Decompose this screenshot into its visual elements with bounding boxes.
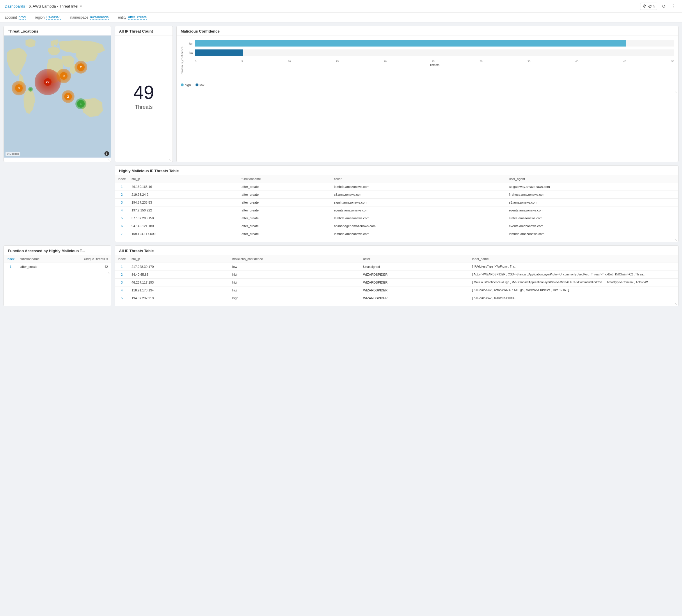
row-caller: lambda.amazonaws.com [331,214,506,222]
row-user-agent: lambda.amazonaws.com [506,230,678,238]
all-col-src-ip: src_ip [129,255,229,263]
row-caller: s3.amazonaws.com [331,191,506,199]
entity-filter[interactable]: entity after_create [118,15,147,20]
namespace-filter[interactable]: namespace aws/lambda [70,15,109,20]
table-row: 7 109.194.117.009 after_create lambda.am… [115,230,678,238]
marker-small[interactable] [28,87,33,92]
legend-low-dot [196,84,199,86]
resize-icon-4[interactable]: ⤡ [675,238,677,241]
marker-2-east[interactable]: 2 [74,61,87,74]
x-axis: 0 5 10 15 20 25 30 35 40 45 50 [185,60,674,63]
row-functionname: after_create [238,191,331,199]
row-index: 1 [115,263,129,271]
legend-high-dot [181,84,184,86]
row-caller: events.amazonaws.com [331,207,506,214]
row-index: 3 [115,199,129,207]
row-user-agent: states.amazonaws.com [506,214,678,222]
marker-9[interactable]: 9 [56,69,71,83]
breadcrumb-title: 6. AWS Lambda - Threat Intel [28,4,78,8]
account-label: account [5,16,17,20]
col-functionname: functionname [238,175,331,183]
time-selector[interactable]: ⏱ -24h [640,3,657,10]
map-container[interactable]: 22 3 9 2 2 1 [4,35,111,158]
all-threats-table: Index src_ip malicious_confidence actor … [115,255,678,302]
row-label: [ IPAddressType->TorProxy , Thr... [469,263,678,271]
threat-locations-title: Threat Locations [4,26,111,35]
legend-high: high [181,83,191,87]
row-confidence: high [229,294,360,302]
mapbox-logo: © Mapbox [5,152,20,156]
table-row: 6 94.140.121.180 after_create apimanager… [115,222,678,230]
resize-icon-2[interactable]: ⤡ [169,158,172,161]
marker-2-east-label: 2 [77,64,85,71]
namespace-value[interactable]: aws/lambda [90,15,109,20]
row-user-agent: s3.amazonaws.com [506,199,678,207]
highly-malicious-panel: Highly Malicious IP Threats Table Index … [115,165,679,242]
all-col-actor: actor [360,255,469,263]
function-header: Index functionname UniqueThreatIPs [4,255,111,263]
filter-bar: account prod region us-east-1 namespace … [0,13,682,22]
table-row: 1 after_create 42 [4,263,111,271]
highly-malicious-wrapper[interactable]: Index src_ip functionname caller user_ag… [115,175,678,238]
row-actor: WIZARDSPIDER [360,286,469,294]
row-src-ip: 194.87.232.219 [129,294,229,302]
row-actor: WIZARDSPIDER [360,271,469,279]
marker-3-label: 3 [15,84,23,92]
resize-icon-6[interactable]: ⤡ [675,303,677,306]
row-caller: lambda.amazonaws.com [331,183,506,191]
highly-malicious-header: Index src_ip functionname caller user_ag… [115,175,678,183]
all-threats-wrapper[interactable]: Index src_ip malicious_confidence actor … [115,255,678,302]
row-src-ip: 37.187.208.150 [129,214,238,222]
more-menu-button[interactable]: ⋮ [670,2,677,10]
confidence-chart: malicious_confidence high low [181,40,674,81]
legend-low-label: low [200,83,205,87]
account-value[interactable]: prod [19,15,26,20]
resize-icon-5[interactable]: ⤡ [107,271,110,274]
region-filter[interactable]: region us-east-1 [35,15,61,20]
marker-9-label: 9 [60,72,68,80]
table-row: 2 219.93.24.2 after_create s3.amazonaws.… [115,191,678,199]
row-index: 5 [115,214,129,222]
row-confidence: high [229,279,360,286]
map-info-icon[interactable]: ℹ [105,151,109,156]
marker-3[interactable]: 3 [12,81,26,95]
world-map [4,35,111,158]
func-col-functionname: functionname [18,255,60,263]
all-ip-threats-title: All IP Threats Table [115,246,678,255]
row-src-ip: 219.93.24.2 [129,191,238,199]
table-row: 3 46.237.117.193 high WIZARDSPIDER [ Mal… [115,279,678,286]
all-threats-body: 1 217.228.30.170 low Unassigned [ IPAddr… [115,263,678,302]
entity-value[interactable]: after_create [128,15,146,20]
resize-icon[interactable]: ⤡ [107,158,110,161]
legend-low: low [196,83,205,87]
function-accessed-panel: Function Accessed by Highly Malicious T.… [3,245,111,306]
row-user-agent: apigateway.amazonaws.com [506,183,678,191]
row-functionname: after_create [238,230,331,238]
breadcrumb-dashboards[interactable]: Dashboards [5,4,25,8]
table-row: 1 46.160.165.16 after_create lambda.amaz… [115,183,678,191]
resize-icon-3[interactable]: ⤡ [675,91,677,94]
topbar: Dashboards › 6. AWS Lambda - Threat Inte… [0,0,682,13]
row-functionname: after_create [238,183,331,191]
row-src-ip: 84.40.65.85 [129,271,229,279]
row-actor: WIZARDSPIDER [360,294,469,302]
row-index: 3 [115,279,129,286]
region-value[interactable]: us-east-1 [46,15,61,20]
row-label: [ KillChain->C2 , Malware->Trick... [469,294,678,302]
row-functionname: after_create [18,263,60,271]
function-table-wrapper[interactable]: Index functionname UniqueThreatIPs 1 aft… [4,255,111,270]
row-functionname: after_create [238,199,331,207]
table-row: 3 194.87.238.53 after_create signin.amaz… [115,199,678,207]
row-actor: WIZARDSPIDER [360,279,469,286]
row-confidence: high [229,271,360,279]
row-unique: 42 [60,263,111,271]
all-threats-header: Index src_ip malicious_confidence actor … [115,255,678,263]
refresh-button[interactable]: ↺ [661,2,667,10]
bar-high-track [195,40,674,47]
row-index: 1 [115,183,129,191]
row-src-ip: 197.2.150.222 [129,207,238,214]
account-filter[interactable]: account prod [5,15,26,20]
marker-1[interactable]: 1 [75,98,86,109]
marker-2-india[interactable]: 2 [62,90,74,103]
chevron-down-icon[interactable]: ▾ [80,4,82,8]
